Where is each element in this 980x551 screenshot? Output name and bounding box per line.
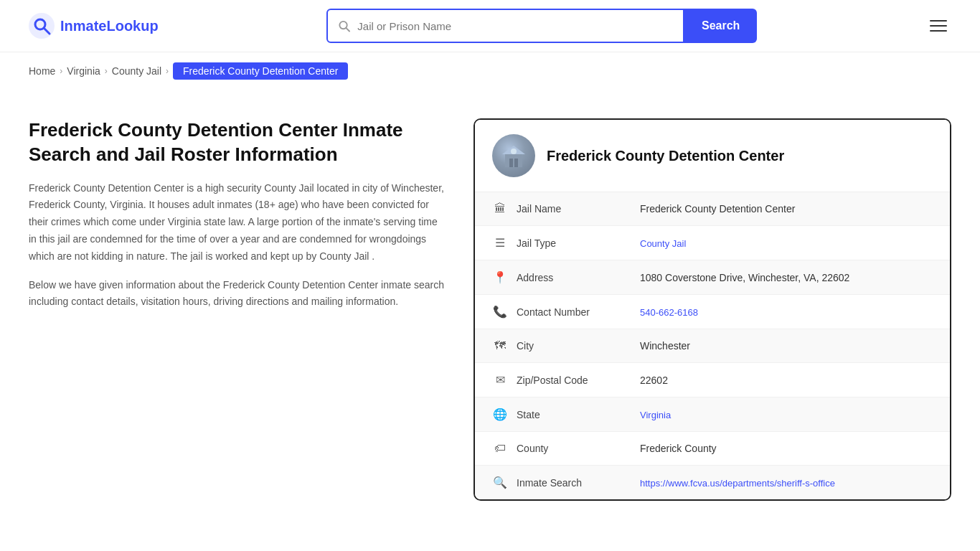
logo-text: InmateLookup	[60, 18, 159, 34]
row-label: Jail Type	[517, 237, 631, 249]
svg-point-0	[29, 13, 55, 39]
info-row: ☰Jail TypeCounty Jail	[475, 226, 950, 260]
breadcrumb-type[interactable]: County Jail	[112, 65, 161, 77]
info-rows: 🏛Jail NameFrederick County Detention Cen…	[475, 192, 950, 499]
row-link[interactable]: 540-662-6168	[640, 307, 698, 318]
logo-icon	[29, 13, 55, 39]
breadcrumb-current: Frederick County Detention Center	[173, 62, 348, 80]
type-icon: ☰	[492, 236, 508, 250]
hamburger-line-2	[930, 25, 947, 27]
row-link[interactable]: https://www.fcva.us/departments/sheriff-…	[640, 478, 835, 489]
facility-image	[492, 134, 535, 177]
svg-rect-7	[514, 159, 518, 167]
row-value: 1080 Coverstone Drive, Winchester, VA, 2…	[640, 272, 933, 283]
svg-line-4	[347, 28, 350, 32]
breadcrumb-home[interactable]: Home	[29, 65, 55, 77]
row-label: Zip/Postal Code	[517, 375, 631, 386]
info-row: 🗺CityWinchester	[475, 329, 950, 363]
inmate-search-icon: 🔍	[492, 476, 508, 489]
menu-button[interactable]	[925, 16, 951, 36]
row-label: Contact Number	[517, 306, 631, 318]
zip-icon: ✉	[492, 373, 508, 387]
card-title: Frederick County Detention Center	[547, 148, 784, 164]
search-icon	[338, 19, 350, 32]
info-row: ✉Zip/Postal Code22602	[475, 363, 950, 397]
main-content: Frederick County Detention Center Inmate…	[0, 90, 980, 529]
chevron-icon-2: ›	[105, 66, 108, 76]
row-value: Frederick County Detention Center	[640, 203, 933, 215]
row-value[interactable]: Virginia	[640, 409, 933, 420]
city-icon: 🗺	[492, 339, 508, 352]
svg-rect-9	[511, 149, 517, 154]
row-link[interactable]: Virginia	[640, 410, 671, 420]
phone-icon: 📞	[492, 305, 508, 319]
row-value[interactable]: https://www.fcva.us/departments/sheriff-…	[640, 477, 933, 489]
page-title: Frederick County Detention Center Inmate…	[29, 118, 445, 167]
jail-icon: 🏛	[492, 202, 508, 215]
search-area: Search	[326, 9, 757, 43]
address-icon: 📍	[492, 270, 508, 284]
header: InmateLookup Search	[0, 0, 980, 52]
row-label: State	[517, 409, 631, 420]
row-link[interactable]: County Jail	[640, 238, 686, 249]
info-row: 📍Address1080 Coverstone Drive, Wincheste…	[475, 260, 950, 295]
row-value[interactable]: 540-662-6168	[640, 306, 933, 318]
row-label: Jail Name	[517, 203, 631, 215]
row-label: City	[517, 340, 631, 352]
info-row: 🏛Jail NameFrederick County Detention Cen…	[475, 192, 950, 226]
search-input[interactable]	[357, 20, 673, 32]
hamburger-line-1	[930, 20, 947, 22]
breadcrumb: Home › Virginia › County Jail › Frederic…	[0, 52, 980, 90]
row-value[interactable]: County Jail	[640, 237, 933, 249]
hamburger-line-3	[930, 30, 947, 32]
row-value: Frederick County	[640, 443, 933, 454]
breadcrumb-state[interactable]: Virginia	[67, 65, 100, 77]
left-panel: Frederick County Detention Center Inmate…	[29, 118, 473, 322]
search-button[interactable]: Search	[684, 9, 757, 43]
state-icon: 🌐	[492, 408, 508, 421]
description-paragraph-1: Frederick County Detention Center is a h…	[29, 180, 445, 265]
search-input-wrapper	[326, 9, 684, 43]
chevron-icon-3: ›	[166, 66, 169, 76]
svg-rect-5	[505, 154, 522, 167]
info-row: 🌐StateVirginia	[475, 397, 950, 432]
info-row: 🔍Inmate Searchhttps://www.fcva.us/depart…	[475, 466, 950, 499]
row-label: Address	[517, 272, 631, 283]
row-label: Inmate Search	[517, 477, 631, 489]
row-label: County	[517, 443, 631, 454]
description-paragraph-2: Below we have given information about th…	[29, 277, 445, 311]
svg-rect-6	[509, 159, 513, 167]
row-value: 22602	[640, 375, 933, 386]
county-icon: 🏷	[492, 442, 508, 455]
building-icon	[499, 141, 528, 170]
info-row: 🏷CountyFrederick County	[475, 432, 950, 466]
facility-info-card: Frederick County Detention Center 🏛Jail …	[473, 118, 951, 501]
chevron-icon-1: ›	[60, 66, 62, 76]
card-header: Frederick County Detention Center	[475, 120, 950, 192]
logo-link[interactable]: InmateLookup	[29, 13, 159, 39]
row-value: Winchester	[640, 340, 933, 352]
info-row: 📞Contact Number540-662-6168	[475, 295, 950, 329]
